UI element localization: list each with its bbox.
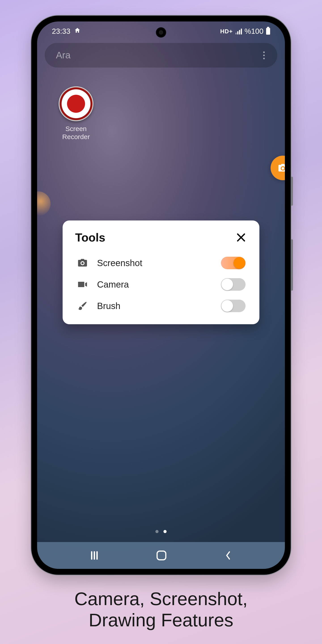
- video-camera-icon: [76, 279, 88, 290]
- close-button[interactable]: [235, 232, 247, 243]
- tool-row-screenshot: Screenshot: [75, 252, 247, 274]
- screenshot-toggle[interactable]: [221, 257, 246, 269]
- tool-label: Screenshot: [97, 258, 212, 268]
- record-icon: [58, 86, 94, 121]
- page-indicator[interactable]: [156, 530, 166, 533]
- search-placeholder: Ara: [56, 50, 70, 60]
- brush-icon: [76, 300, 88, 311]
- signal-icon: [236, 28, 242, 34]
- page-dot[interactable]: [164, 530, 166, 533]
- tool-row-brush: Brush: [75, 295, 247, 317]
- network-badge: HD+: [220, 28, 233, 35]
- more-menu-icon[interactable]: [262, 50, 266, 60]
- tool-label: Brush: [97, 301, 212, 311]
- tool-label: Camera: [97, 280, 212, 290]
- front-camera-icon: [156, 27, 166, 38]
- camera-photo-icon: [76, 258, 88, 268]
- camera-toggle[interactable]: [221, 278, 246, 291]
- back-button[interactable]: [225, 550, 231, 560]
- phone-side-button: [291, 177, 293, 206]
- home-icon: [74, 27, 81, 36]
- battery-icon: [266, 28, 270, 35]
- navigation-bar: [37, 542, 285, 569]
- phone-screen: 23:33 HD+ %100 Ara: [37, 22, 285, 569]
- battery-text: %100: [245, 27, 264, 36]
- search-bar[interactable]: Ara: [45, 43, 277, 68]
- promo-caption: Camera, Screenshot, Drawing Features: [0, 588, 322, 630]
- tools-dialog: Tools Screenshot: [62, 220, 260, 324]
- app-label: Screen Recorder: [54, 125, 98, 141]
- page-dot[interactable]: [156, 530, 158, 533]
- phone-frame: 23:33 HD+ %100 Ara: [31, 16, 291, 575]
- floating-screenshot-button[interactable]: [270, 156, 285, 180]
- phone-side-button: [291, 239, 293, 291]
- status-time: 23:33: [52, 27, 70, 36]
- floating-glow-icon: [37, 192, 50, 216]
- promo-page: 23:33 HD+ %100 Ara: [0, 0, 322, 644]
- app-shortcut[interactable]: Screen Recorder: [54, 86, 98, 141]
- brush-toggle[interactable]: [221, 300, 246, 312]
- dialog-title: Tools: [75, 231, 105, 244]
- home-button[interactable]: [156, 550, 166, 560]
- recents-button[interactable]: [91, 551, 98, 560]
- tool-row-camera: Camera: [75, 274, 247, 295]
